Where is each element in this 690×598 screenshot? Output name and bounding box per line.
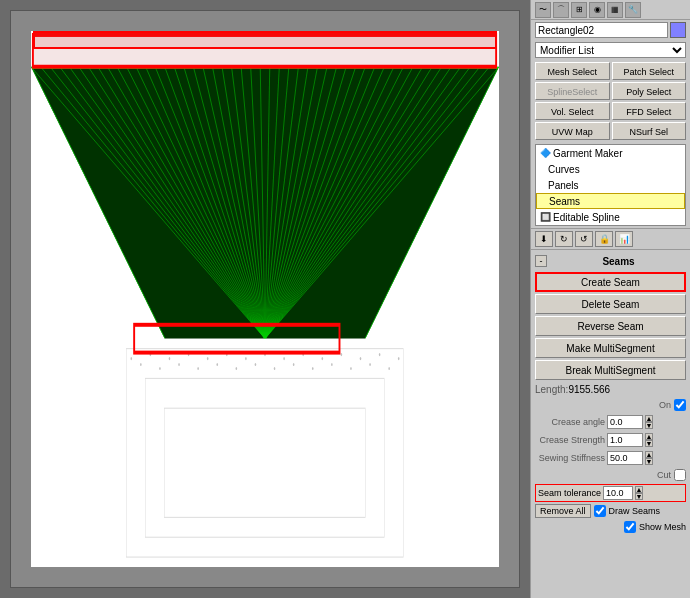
svg-point-83: [360, 357, 362, 360]
viewport-canvas: [31, 31, 499, 567]
panel-collapse-button[interactable]: -: [535, 255, 547, 267]
seams-panel: - Seams Create Seam Delete Seam Reverse …: [531, 250, 690, 598]
sewing-stiffness-down[interactable]: ▼: [645, 458, 653, 465]
create-seam-button[interactable]: Create Seam: [535, 272, 686, 292]
tree-item-editable-spline[interactable]: 🔲 Editable Spline: [536, 209, 685, 225]
top-selection-rect: [33, 31, 497, 49]
sewing-stiffness-input[interactable]: [607, 451, 643, 465]
tree-item-curves[interactable]: Curves: [536, 161, 685, 177]
right-panel: 〜 ⌒ ⊞ ◉ ▦ 🔧 Rectangle02 Modifier List Me…: [530, 0, 690, 598]
svg-point-72: [255, 363, 257, 366]
vol-select-button[interactable]: Vol. Select: [535, 102, 610, 120]
svg-point-59: [131, 357, 133, 360]
modifier-icon[interactable]: ▦: [607, 2, 623, 18]
curve-icon[interactable]: 〜: [535, 2, 551, 18]
svg-rect-55: [31, 339, 499, 567]
reverse-seam-button[interactable]: Reverse Seam: [535, 316, 686, 336]
seam-tolerance-down[interactable]: ▼: [635, 493, 643, 500]
poly-select-button[interactable]: Poly Select: [612, 82, 687, 100]
seam-tolerance-up[interactable]: ▲: [635, 486, 643, 493]
uvw-map-button[interactable]: UVW Map: [535, 122, 610, 140]
rotate-icon[interactable]: ↻: [555, 231, 573, 247]
modifier-buttons-grid: Mesh Select Patch Select SplineSelect Po…: [531, 60, 690, 142]
patch-select-button[interactable]: Patch Select: [612, 62, 687, 80]
nsurf-sel-button[interactable]: NSurf Sel: [612, 122, 687, 140]
seams-panel-header: - Seams: [531, 252, 690, 270]
tree-item-spline-label: Editable Spline: [553, 212, 620, 223]
svg-point-81: [341, 353, 343, 356]
tree-item-curves-label: Curves: [548, 164, 580, 175]
seam-tolerance-input[interactable]: [603, 486, 633, 500]
seams-panel-title: Seams: [551, 256, 686, 267]
crease-angle-row: Crease angle ▲ ▼: [535, 414, 686, 430]
sewing-stiffness-row: Sewing Stiffness ▲ ▼: [535, 450, 686, 466]
freeform-icon[interactable]: ⌒: [553, 2, 569, 18]
on-checkbox[interactable]: [674, 399, 686, 411]
tree-item-garment-maker[interactable]: 🔷 Garment Maker: [536, 145, 685, 161]
length-label: Length:: [535, 384, 568, 395]
length-row: Length: 9155.566: [535, 382, 686, 396]
move-down-icon[interactable]: ⬇: [535, 231, 553, 247]
length-value: 9155.566: [568, 384, 686, 395]
viewport[interactable]: [0, 0, 530, 598]
cut-checkbox[interactable]: [674, 469, 686, 481]
svg-point-68: [216, 363, 218, 366]
color-swatch[interactable]: [670, 22, 686, 38]
svg-point-80: [331, 363, 333, 366]
seam-tolerance-label: Seam tolerance: [538, 488, 601, 498]
seams-panel-body: Create Seam Delete Seam Reverse Seam Mak…: [531, 270, 690, 536]
show-mesh-label: Show Mesh: [639, 522, 686, 532]
on-row: On: [535, 398, 686, 412]
modifier-list-select[interactable]: Modifier List: [535, 42, 686, 58]
camera-icon[interactable]: ◉: [589, 2, 605, 18]
spline-select-button[interactable]: SplineSelect: [535, 82, 610, 100]
show-mesh-row: Show Mesh: [535, 520, 686, 534]
chart-icon[interactable]: 📊: [615, 231, 633, 247]
on-label: On: [535, 400, 671, 410]
svg-point-78: [312, 367, 314, 370]
make-multi-segment-button[interactable]: Make MultiSegment: [535, 338, 686, 358]
tree-item-panels[interactable]: Panels: [536, 177, 685, 193]
crease-angle-up[interactable]: ▲: [645, 415, 653, 422]
sewing-stiffness-up[interactable]: ▲: [645, 451, 653, 458]
crease-strength-up[interactable]: ▲: [645, 433, 653, 440]
crease-angle-input[interactable]: [607, 415, 643, 429]
svg-point-71: [245, 357, 247, 360]
funnel-svg: [31, 31, 499, 567]
svg-point-70: [236, 367, 238, 370]
svg-point-62: [159, 367, 161, 370]
svg-point-66: [197, 367, 199, 370]
undo-icon[interactable]: ↺: [575, 231, 593, 247]
object-name-row: Rectangle02: [531, 20, 690, 40]
sewing-stiffness-label: Sewing Stiffness: [535, 453, 605, 463]
crease-strength-input[interactable]: [607, 433, 643, 447]
show-mesh-checkbox[interactable]: [624, 521, 636, 533]
spline-icon: 🔲: [540, 212, 551, 222]
crease-angle-down[interactable]: ▼: [645, 422, 653, 429]
garment-icon: 🔷: [540, 148, 551, 158]
remove-row: Remove All Draw Seams: [535, 504, 686, 518]
remove-all-button[interactable]: Remove All: [535, 504, 591, 518]
modifier-list-row: Modifier List: [531, 40, 690, 60]
draw-seams-checkbox[interactable]: [594, 505, 606, 517]
object-name-input[interactable]: Rectangle02: [535, 22, 668, 38]
tool-icon[interactable]: 🔧: [625, 2, 641, 18]
svg-point-85: [379, 353, 381, 356]
viewport-inner: [10, 10, 520, 588]
crease-strength-label: Crease Strength: [535, 435, 605, 445]
draw-seams-label: Draw Seams: [609, 506, 661, 516]
delete-seam-button[interactable]: Delete Seam: [535, 294, 686, 314]
mesh-select-button[interactable]: Mesh Select: [535, 62, 610, 80]
tree-item-seams-label: Seams: [549, 196, 580, 207]
svg-point-86: [388, 367, 390, 370]
tree-item-garment-label: Garment Maker: [553, 148, 622, 159]
grid-icon[interactable]: ⊞: [571, 2, 587, 18]
lock-icon[interactable]: 🔒: [595, 231, 613, 247]
break-multi-segment-button[interactable]: Break MultiSegment: [535, 360, 686, 380]
ffd-select-button[interactable]: FFD Select: [612, 102, 687, 120]
tree-item-seams[interactable]: Seams: [536, 193, 685, 209]
crease-angle-label: Crease angle: [535, 417, 605, 427]
cut-row: Cut: [535, 468, 686, 482]
crease-strength-down[interactable]: ▼: [645, 440, 653, 447]
svg-point-63: [169, 357, 171, 360]
